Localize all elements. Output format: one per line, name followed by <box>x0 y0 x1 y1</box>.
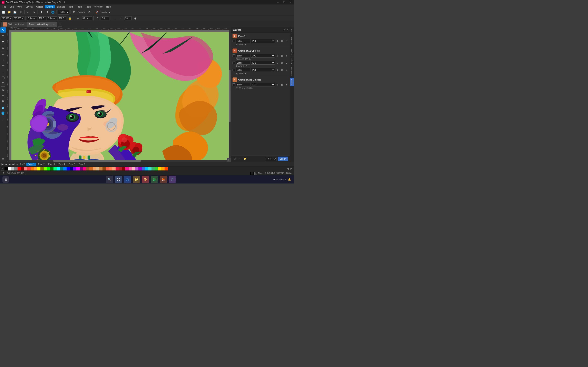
text-tool[interactable]: A <box>0 87 6 92</box>
snap-settings[interactable]: ⚙ <box>87 9 92 15</box>
group11-jpg-format[interactable]: JPGPDFEPSSVGPNG <box>251 54 275 58</box>
page-tab-1[interactable]: Page 1 <box>26 163 36 166</box>
color-purple[interactable] <box>73 167 76 170</box>
taskbar-explorer[interactable]: 📁 <box>133 176 140 183</box>
export-folder-btn[interactable]: 📁 <box>243 157 247 161</box>
smartdraw-tool[interactable]: ⌖ <box>0 57 6 63</box>
group11-pdf-format[interactable]: PDFJPGEPSSVGPNG <box>251 68 275 72</box>
page1-entry0-delete[interactable]: 🗑 <box>280 39 284 43</box>
color-deepskyblue[interactable] <box>145 167 148 170</box>
tab-learn[interactable]: Learn <box>290 27 294 35</box>
tab-document[interactable]: Firman Hatibu - Dragon... ✕ <box>26 22 57 27</box>
export-button[interactable]: ⬆ <box>44 9 50 15</box>
page-play-btn[interactable]: ▶ <box>8 163 11 166</box>
undo-button[interactable]: ↩ <box>26 9 31 15</box>
group11-pdf-checkbox[interactable] <box>233 69 235 71</box>
group281-svg-checkbox[interactable] <box>233 83 235 86</box>
close-button[interactable]: ✕ <box>289 1 292 4</box>
menu-effects[interactable]: Effects <box>45 5 55 8</box>
color-navy[interactable] <box>70 167 73 170</box>
color-green[interactable] <box>47 167 50 170</box>
group11-eps-suffix[interactable] <box>236 61 250 65</box>
dimension-tool[interactable]: ⊣ <box>0 93 6 98</box>
palette-scroll-left[interactable]: ◀ <box>286 167 290 171</box>
color-fuchsia[interactable] <box>76 167 80 170</box>
tool-options-btn[interactable]: ⊞ <box>0 156 6 161</box>
palette-scroll-right[interactable]: ▶ <box>290 167 293 171</box>
color-turquoise[interactable] <box>148 167 151 170</box>
rectangle-tool[interactable]: ▭ <box>0 69 6 75</box>
color-hotpink2[interactable] <box>129 167 132 170</box>
group11-eps-more[interactable]: ⋮ <box>285 61 288 65</box>
taskbar-app1[interactable]: 🐉 <box>151 176 158 183</box>
menu-edit[interactable]: Edit <box>8 5 15 8</box>
nib-size-input[interactable] <box>125 17 132 20</box>
color-red[interactable] <box>17 167 21 170</box>
page1-entry0-suffix[interactable] <box>236 39 250 43</box>
width-input[interactable] <box>27 17 37 20</box>
polygon-tool[interactable]: ⬡ <box>0 81 6 86</box>
panel-expand-btn[interactable]: ⇄ <box>283 28 285 31</box>
color-chocolate[interactable] <box>89 167 93 170</box>
zoom-dropdown[interactable]: 151% 100% 200% 50% <box>58 10 69 15</box>
group11-eps-settings[interactable]: ⚙ <box>276 61 279 65</box>
page-tab-5[interactable]: Page 5 <box>67 163 77 166</box>
print-button[interactable]: 🖨 <box>18 9 23 15</box>
color-darkred[interactable] <box>122 167 125 170</box>
launch-button[interactable]: 🚀 <box>94 9 100 15</box>
group11-jpg-settings[interactable]: ⚙ <box>276 54 279 58</box>
export-add-preset-btn[interactable]: ⊞ <box>233 157 237 161</box>
nib-btn[interactable]: ◉ <box>132 16 138 21</box>
color-olive[interactable] <box>40 167 44 170</box>
group281-svg-format[interactable]: SVGJPGPDFEPSPNG <box>251 83 275 86</box>
y-position-input[interactable] <box>13 17 24 20</box>
restore-button[interactable]: ❐ <box>282 1 286 4</box>
color-darkpurple[interactable] <box>80 167 83 170</box>
color-tomato[interactable] <box>106 167 109 170</box>
node-edit-tool[interactable]: ⊹ <box>0 33 6 38</box>
group11-eps-format[interactable]: EPSJPGPDFSVGPNG <box>251 61 275 65</box>
height-input[interactable] <box>47 17 57 20</box>
color-deeppink[interactable] <box>125 167 129 170</box>
color-saddlebrown[interactable] <box>103 167 106 170</box>
page-tab-6[interactable]: Page 6 <box>77 163 87 166</box>
color-cyan[interactable] <box>57 167 60 170</box>
page1-entry0-settings[interactable]: ⚙ <box>276 39 279 43</box>
group11-jpg-delete[interactable]: 🗑 <box>280 54 284 58</box>
page-prev-btn[interactable]: ◀ <box>4 163 8 166</box>
color-darkgreen[interactable] <box>50 167 53 170</box>
menu-window[interactable]: Window <box>93 5 104 8</box>
taskbar-app3[interactable]: 🎵 <box>169 176 176 183</box>
status-settings-btn[interactable]: ⚙ <box>2 171 5 175</box>
page-add-btn[interactable]: + <box>16 163 19 166</box>
color-medseagreen[interactable] <box>151 167 155 170</box>
menu-layout[interactable]: Layout <box>24 5 34 8</box>
connector-tool[interactable]: ⋈ <box>0 98 6 104</box>
title-bar-controls[interactable]: — ❐ ✕ <box>276 1 292 4</box>
menu-help[interactable]: Help <box>104 5 112 8</box>
color-lightpink[interactable] <box>132 167 135 170</box>
color-gold[interactable] <box>158 167 161 170</box>
crop-tool[interactable]: ⊡ <box>0 40 6 45</box>
color-mint[interactable] <box>53 167 57 170</box>
width-pct-input[interactable] <box>38 17 46 20</box>
group11-pdf-more[interactable]: ⋮ <box>285 68 288 72</box>
v-scrollbar[interactable] <box>229 30 231 162</box>
menu-object[interactable]: Object <box>35 5 44 8</box>
color-lime[interactable] <box>44 167 47 170</box>
group11-jpg-suffix[interactable] <box>236 54 250 58</box>
group281-svg-suffix[interactable] <box>236 83 250 86</box>
snap-btn[interactable]: ⊞ <box>71 9 77 15</box>
redo-button[interactable]: ↪ <box>31 9 36 15</box>
group281-svg-delete[interactable]: 🗑 <box>280 83 284 86</box>
taskbar-corel[interactable]: 🎨 <box>142 176 149 183</box>
page-tab-4[interactable]: Page 4 <box>57 163 67 166</box>
menu-file[interactable]: File <box>1 5 8 8</box>
color-gray[interactable] <box>14 167 17 170</box>
color-white[interactable] <box>8 167 11 170</box>
menu-tools[interactable]: Tools <box>84 5 93 8</box>
group11-pdf-settings[interactable]: ⚙ <box>276 68 279 72</box>
freehand-tool[interactable]: ✏ <box>0 52 6 57</box>
group281-svg-more[interactable]: ⋮ <box>285 83 288 86</box>
color-black[interactable] <box>4 167 8 170</box>
